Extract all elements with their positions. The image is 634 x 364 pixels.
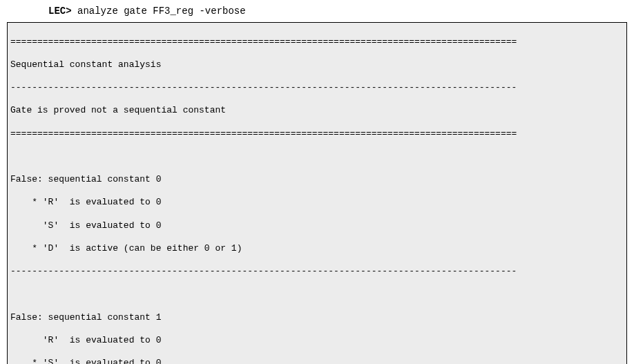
blank-line xyxy=(10,151,624,163)
command-text: analyze gate FF3_reg -verbose xyxy=(72,6,246,17)
separator-double: ========================================… xyxy=(10,128,624,140)
false-block-0-title: False: sequential constant 0 xyxy=(10,174,624,186)
terminal-output: ========================================… xyxy=(7,22,627,364)
false-block-0-line: 'S' is evaluated to 0 xyxy=(10,220,624,232)
false-block-0-line: * 'D' is active (can be either 0 or 1) xyxy=(10,243,624,255)
blank-line xyxy=(10,289,624,300)
separator-single: ----------------------------------------… xyxy=(10,266,624,278)
section-header: Sequential constant analysis xyxy=(10,59,624,71)
separator-double: ========================================… xyxy=(10,37,624,48)
separator-single: ----------------------------------------… xyxy=(10,82,624,94)
false-block-1-line: * 'S' is evaluated to 0 xyxy=(10,358,624,364)
false-block-1-line: 'R' is evaluated to 0 xyxy=(10,335,624,347)
result-line: Gate is proved not a sequential constant xyxy=(10,105,624,117)
false-block-0-line: * 'R' is evaluated to 0 xyxy=(10,197,624,209)
prompt: LEC> xyxy=(48,6,72,17)
command-line: LEC> analyze gate FF3_reg -verbose xyxy=(48,6,627,17)
false-block-1-title: False: sequential constant 1 xyxy=(10,312,624,324)
